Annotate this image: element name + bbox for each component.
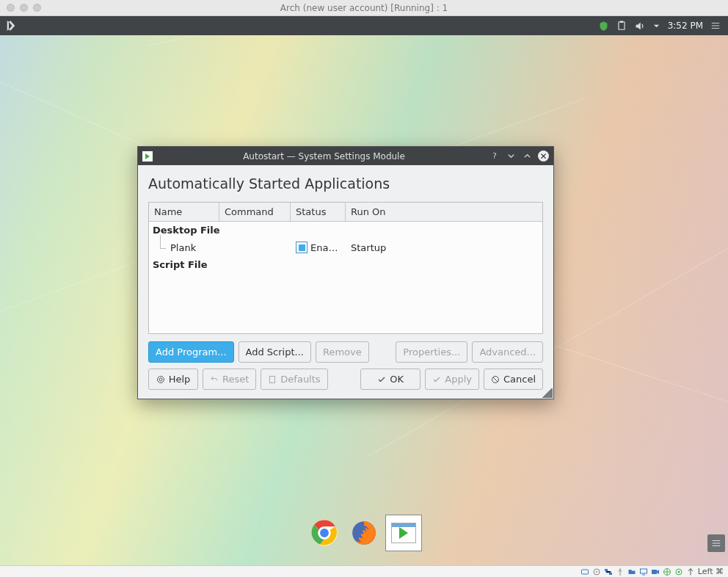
svg-rect-1 xyxy=(619,21,623,23)
apply-button[interactable]: Apply xyxy=(425,369,479,390)
runon-cell: Startup xyxy=(346,242,386,253)
vm-titlebar: Arch (new user account) [Running] : 1 xyxy=(0,0,728,16)
vm-recording-icon[interactable] xyxy=(674,567,683,576)
vm-mouse-icon[interactable] xyxy=(686,567,695,576)
app-launcher-button[interactable] xyxy=(0,16,22,35)
svg-rect-4 xyxy=(270,376,275,382)
col-header-runon[interactable]: Run On xyxy=(346,203,542,221)
help-label: Help xyxy=(169,374,191,385)
dialog-heading: Automatically Started Applications xyxy=(148,175,543,192)
vm-shared-icon[interactable] xyxy=(627,567,636,576)
dock xyxy=(305,514,423,552)
reset-button[interactable]: Reset xyxy=(203,369,256,390)
system-tray: 3:52 PM xyxy=(598,21,728,32)
status-checkbox[interactable] xyxy=(296,242,307,253)
add-program-button[interactable]: Add Program... xyxy=(148,341,234,363)
apply-label: Apply xyxy=(445,374,472,385)
svg-rect-0 xyxy=(619,22,625,30)
check-icon xyxy=(432,375,441,384)
col-header-command[interactable]: Command xyxy=(219,203,291,221)
help-button[interactable]: Help xyxy=(148,369,198,390)
kde-logo-icon xyxy=(4,19,18,32)
minimize-titlebar-button[interactable] xyxy=(506,151,516,162)
group-desktop-file[interactable]: Desktop File xyxy=(149,222,542,239)
vm-cd-icon[interactable] xyxy=(592,567,601,576)
dialog-title: Autostart — System Settings Module xyxy=(159,151,489,162)
autostart-dialog: Autostart — System Settings Module ? ✕ A… xyxy=(137,146,554,399)
svg-rect-13 xyxy=(605,569,608,571)
undo-icon xyxy=(210,375,219,384)
svg-rect-16 xyxy=(652,570,657,574)
vm-close-dot[interactable] xyxy=(7,4,15,12)
remove-button[interactable]: Remove xyxy=(316,341,369,363)
svg-point-3 xyxy=(159,378,162,381)
resize-grip[interactable] xyxy=(542,388,553,398)
cancel-label: Cancel xyxy=(503,374,536,385)
defaults-label: Defaults xyxy=(280,374,320,385)
cancel-button[interactable]: Cancel xyxy=(484,369,543,390)
col-header-name[interactable]: Name xyxy=(149,203,219,221)
system-settings-icon xyxy=(391,523,416,543)
maximize-titlebar-button[interactable] xyxy=(522,151,532,162)
desktop: 3:52 PM Autostart — System Settings Modu… xyxy=(0,16,728,565)
vm-net-icon[interactable] xyxy=(604,567,613,576)
svg-rect-15 xyxy=(640,569,647,573)
volume-tray-icon[interactable] xyxy=(634,21,645,32)
dock-item-firefox[interactable] xyxy=(346,515,382,551)
dock-item-system-settings[interactable] xyxy=(386,515,421,551)
vm-status-bar: Left ⌘ xyxy=(0,565,728,577)
check-icon xyxy=(377,375,386,384)
lifebuoy-icon xyxy=(156,375,165,384)
dialog-titlebar[interactable]: Autostart — System Settings Module ? ✕ xyxy=(138,147,553,165)
vm-hdd-icon[interactable] xyxy=(580,567,589,576)
advanced-button[interactable]: Advanced... xyxy=(472,341,543,363)
cancel-icon xyxy=(491,375,500,384)
ok-button[interactable]: OK xyxy=(360,369,421,390)
properties-button[interactable]: Properties... xyxy=(396,341,467,363)
window-app-icon xyxy=(142,151,153,162)
reset-label: Reset xyxy=(222,374,249,385)
table-row[interactable]: Plank Ena… Startup xyxy=(149,239,542,256)
clipboard-tray-icon[interactable] xyxy=(616,21,627,31)
hamburger-icon xyxy=(711,538,721,548)
col-header-status[interactable]: Status xyxy=(291,203,346,221)
svg-point-19 xyxy=(677,570,680,573)
document-icon xyxy=(268,375,277,384)
panel-clock[interactable]: 3:52 PM xyxy=(668,21,703,31)
help-titlebar-button[interactable]: ? xyxy=(489,151,500,162)
ok-label: OK xyxy=(390,374,404,385)
panel-menu-icon[interactable] xyxy=(710,21,721,31)
tray-expand-icon[interactable] xyxy=(652,22,660,30)
dock-item-chrome[interactable] xyxy=(307,515,342,551)
defaults-button[interactable]: Defaults xyxy=(261,369,327,390)
svg-rect-10 xyxy=(581,570,588,574)
vm-hostkey-label: Left ⌘ xyxy=(698,567,724,576)
firefox-icon xyxy=(350,519,378,547)
close-titlebar-button[interactable]: ✕ xyxy=(538,150,549,162)
chrome-icon xyxy=(310,519,338,547)
vm-video-icon[interactable] xyxy=(651,567,660,576)
autostart-table[interactable]: Name Command Status Run On Desktop File … xyxy=(148,202,543,334)
vm-min-dot[interactable] xyxy=(20,4,28,12)
add-script-button[interactable]: Add Script... xyxy=(239,341,311,363)
svg-point-12 xyxy=(596,571,597,573)
vm-zoom-dot[interactable] xyxy=(33,4,41,12)
vm-display-icon[interactable] xyxy=(639,567,648,576)
shield-tray-icon[interactable] xyxy=(598,21,609,32)
panel-edit-button[interactable] xyxy=(707,534,725,552)
vm-title: Arch (new user account) [Running] : 1 xyxy=(280,3,448,13)
status-label: Ena… xyxy=(310,242,338,253)
vm-audio-icon[interactable] xyxy=(663,567,671,576)
kde-panel: 3:52 PM xyxy=(0,16,728,35)
vm-usb-icon[interactable] xyxy=(616,567,625,576)
svg-point-2 xyxy=(157,376,164,382)
group-script-file[interactable]: Script File xyxy=(149,256,542,273)
entry-name: Plank xyxy=(160,242,196,253)
